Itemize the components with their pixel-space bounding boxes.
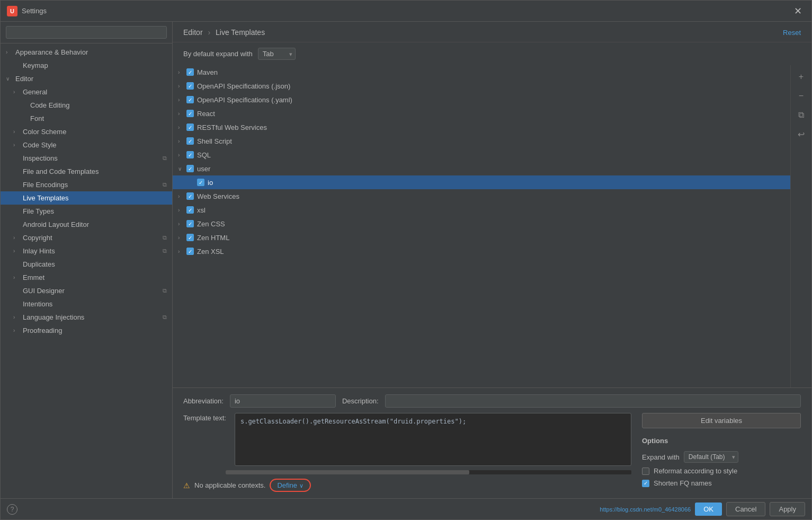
sidebar-item-general[interactable]: › General	[1, 85, 172, 99]
checkbox-react[interactable]: ✓	[186, 110, 194, 117]
copy-icon: ⧉	[163, 287, 167, 294]
copy-icon: ⧉	[163, 234, 167, 241]
sidebar-item-appearance-behavior[interactable]: › Appearance & Behavior	[1, 46, 172, 59]
sidebar-item-inlay-hints[interactable]: › Inlay Hints ⧉	[1, 244, 172, 258]
sidebar-item-live-templates[interactable]: Live Templates	[1, 191, 172, 205]
sidebar-item-code-style[interactable]: › Code Style	[1, 138, 172, 152]
expand-with-label: Expand with	[642, 453, 680, 461]
shorten-checkbox[interactable]: ✓	[642, 480, 649, 487]
sidebar-item-copyright[interactable]: › Copyright ⧉	[1, 231, 172, 244]
ok-button[interactable]: OK	[695, 503, 722, 516]
tree-item-maven[interactable]: › ✓ Maven	[173, 65, 790, 79]
sidebar-item-label: GUI Designer	[23, 287, 65, 295]
shorten-row: ✓ Shorten FQ names	[642, 479, 801, 487]
checkbox-restful[interactable]: ✓	[186, 124, 194, 131]
checkbox-zen-xsl[interactable]: ✓	[186, 248, 194, 255]
checkbox-web-services[interactable]: ✓	[186, 192, 194, 200]
checkbox-xsl[interactable]: ✓	[186, 206, 194, 214]
define-button[interactable]: Define ∨	[270, 479, 310, 492]
sidebar-item-label: Language Injections	[23, 313, 84, 321]
sidebar-item-font[interactable]: Font	[1, 112, 172, 125]
sidebar-item-code-editing[interactable]: Code Editing	[1, 99, 172, 112]
tree-item-sql[interactable]: › ✓ SQL	[173, 148, 790, 162]
tree-item-zen-css[interactable]: › ✓ Zen CSS	[173, 217, 790, 231]
tree-item-web-services[interactable]: › ✓ Web Services	[173, 189, 790, 203]
sidebar-item-file-encodings[interactable]: File Encodings ⧉	[1, 178, 172, 191]
expand-arrow: ›	[178, 221, 186, 227]
expand-dropdown[interactable]: Tab Enter Space	[258, 48, 296, 60]
expand-arrow: ›	[13, 275, 21, 280]
sidebar-item-inspections[interactable]: Inspections ⧉	[1, 152, 172, 165]
checkbox-openapi-json[interactable]: ✓	[186, 82, 194, 90]
warning-icon: ⚠	[183, 481, 190, 490]
tree-item-user[interactable]: ∨ ✓ user	[173, 162, 790, 175]
close-button[interactable]: ✕	[791, 4, 805, 18]
tree-item-io[interactable]: ✓ io	[173, 175, 790, 189]
bottom-right-buttons: https://blog.csdn.net/m0_46428066 OK Can…	[600, 502, 805, 516]
tree-item-label: Zen XSL	[197, 248, 224, 255]
no-context-text: No applicable contexts.	[194, 481, 265, 489]
expand-arrow: ›	[178, 69, 186, 75]
copy-icon: ⧉	[163, 314, 167, 321]
detail-panel: Abbreviation: Description: Template text…	[173, 387, 811, 498]
sidebar-item-android-layout-editor[interactable]: Android Layout Editor	[1, 218, 172, 231]
expand-with-dropdown[interactable]: Default (Tab) Tab Enter Space	[684, 451, 738, 463]
add-template-button[interactable]: +	[794, 69, 809, 84]
sidebar-item-duplicates[interactable]: Duplicates	[1, 258, 172, 271]
tree-item-zen-xsl[interactable]: › ✓ Zen XSL	[173, 244, 790, 258]
checkbox-maven[interactable]: ✓	[186, 68, 194, 76]
tree-item-zen-html[interactable]: › ✓ Zen HTML	[173, 231, 790, 244]
sidebar-item-file-code-templates[interactable]: File and Code Templates	[1, 165, 172, 178]
sidebar-item-emmet[interactable]: › Emmet	[1, 271, 172, 284]
remove-template-button[interactable]: −	[794, 89, 809, 103]
sidebar-item-label: Appearance & Behavior	[15, 48, 88, 56]
abbreviation-input[interactable]	[230, 394, 336, 408]
sidebar-item-language-injections[interactable]: › Language Injections ⧉	[1, 311, 172, 324]
sidebar-item-label: Color Scheme	[23, 128, 66, 136]
expand-with-dropdown-wrapper: Default (Tab) Tab Enter Space	[684, 451, 738, 463]
sidebar-item-editor[interactable]: ∨ Editor	[1, 72, 172, 85]
sidebar-item-label: Copyright	[23, 234, 52, 242]
title-bar: U Settings ✕	[1, 1, 811, 22]
search-input[interactable]	[6, 26, 167, 39]
checkbox-user[interactable]: ✓	[186, 165, 194, 172]
checkbox-sql[interactable]: ✓	[186, 151, 194, 158]
sidebar-item-gui-designer[interactable]: GUI Designer ⧉	[1, 284, 172, 297]
template-text-area[interactable]: s.getClassLoader().getResourceAsStream("…	[235, 413, 631, 466]
tree-item-shell-script[interactable]: › ✓ Shell Script	[173, 134, 790, 148]
cancel-button[interactable]: Cancel	[726, 502, 765, 516]
copy-icon: ⧉	[163, 155, 167, 162]
copy-template-button[interactable]: ⧉	[794, 108, 809, 122]
help-button[interactable]: ?	[7, 504, 17, 515]
reset-button[interactable]: Reset	[783, 29, 801, 37]
sidebar-item-color-scheme[interactable]: › Color Scheme	[1, 125, 172, 138]
tree-item-xsl[interactable]: › ✓ xsl	[173, 203, 790, 217]
checkbox-zen-css[interactable]: ✓	[186, 220, 194, 227]
checkbox-zen-html[interactable]: ✓	[186, 234, 194, 241]
sidebar-item-label: Inlay Hints	[23, 247, 55, 255]
reformat-checkbox[interactable]	[642, 468, 649, 475]
sidebar-item-keymap[interactable]: Keymap	[1, 59, 172, 72]
sidebar-item-intentions[interactable]: Intentions	[1, 297, 172, 311]
undo-button[interactable]: ↩	[794, 127, 809, 142]
description-input[interactable]	[385, 394, 801, 408]
apply-button[interactable]: Apply	[770, 502, 805, 516]
checkbox-shell-script[interactable]: ✓	[186, 137, 194, 145]
sidebar-item-file-types[interactable]: File Types	[1, 205, 172, 218]
tree-item-openapi-yaml[interactable]: › ✓ OpenAPI Specifications (.yaml)	[173, 93, 790, 107]
checkbox-io[interactable]: ✓	[197, 179, 204, 186]
reformat-label: Reformat according to style	[654, 467, 737, 475]
tree-item-react[interactable]: › ✓ React	[173, 107, 790, 120]
edit-variables-button[interactable]: Edit variables	[642, 413, 801, 428]
bottom-bar: ? https://blog.csdn.net/m0_46428066 OK C…	[1, 498, 811, 519]
expand-arrow: ›	[6, 49, 13, 55]
tree-item-restful[interactable]: › ✓ RESTful Web Services	[173, 120, 790, 134]
sidebar-item-proofreading[interactable]: › Proofreading	[1, 324, 172, 337]
sidebar-item-label: Keymap	[23, 61, 48, 69]
sidebar-item-label: Live Templates	[23, 194, 68, 202]
shorten-label: Shorten FQ names	[654, 479, 712, 487]
tree-item-openapi-json[interactable]: › ✓ OpenAPI Specifications (.json)	[173, 79, 790, 93]
checkbox-openapi-yaml[interactable]: ✓	[186, 96, 194, 103]
sidebar-item-label: File Types	[23, 207, 54, 215]
expand-arrow: ›	[13, 235, 21, 241]
